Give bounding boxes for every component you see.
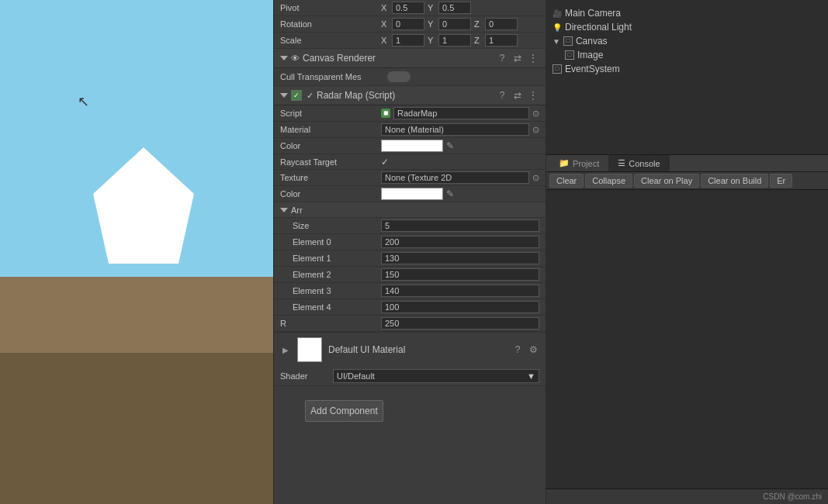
color-value-area-2: ✎: [381, 188, 539, 200]
hierarchy-item-main-camera[interactable]: 🎥 Main Camera: [546, 6, 828, 20]
clear-button[interactable]: Clear: [549, 174, 584, 188]
element2-row: Element 2: [274, 267, 546, 283]
material-row: Material ⊙: [274, 122, 546, 138]
hierarchy-event-system-label: EventSystem: [565, 64, 620, 74]
camera-icon: 🎥: [553, 9, 562, 18]
script-input[interactable]: [393, 107, 529, 119]
color-swatch-1[interactable]: [381, 140, 443, 152]
arr-expand-icon[interactable]: [280, 208, 288, 212]
element2-input[interactable]: [381, 268, 539, 281]
texture-input[interactable]: [381, 171, 529, 184]
add-component-container: Add Component: [274, 386, 546, 436]
error-filter-button[interactable]: Er: [770, 174, 792, 188]
color-row-2: Color ✎: [274, 186, 546, 202]
element4-label: Element 4: [280, 302, 381, 312]
radar-map-icons: ? ⇄ ⋮: [496, 89, 539, 102]
element1-input[interactable]: [381, 252, 539, 264]
element1-row: Element 1: [274, 250, 546, 267]
canvas-renderer-settings-icon[interactable]: ⇄: [511, 52, 524, 64]
default-material-section: ▶ Default UI Material ? ⚙: [274, 332, 546, 367]
texture-target-icon[interactable]: ⊙: [532, 173, 539, 183]
hierarchy-item-directional-light[interactable]: 💡 Directional Light: [546, 20, 828, 34]
pivot-y-input[interactable]: [438, 2, 471, 14]
color-swatch-2[interactable]: [381, 188, 443, 200]
hierarchy-directional-light-label: Directional Light: [565, 22, 632, 33]
element0-row: Element 0: [274, 234, 546, 250]
radar-map-menu-icon[interactable]: ⋮: [527, 89, 539, 102]
rotation-y-label: Y: [428, 19, 437, 29]
rotation-row: Rotation X Y Z: [274, 16, 546, 33]
hierarchy-item-canvas[interactable]: ▼ □ Canvas: [546, 34, 828, 48]
radar-map-header: ✓ ✓ Radar Map (Script) ? ⇄ ⋮: [274, 86, 546, 105]
material-input[interactable]: [381, 123, 529, 136]
canvas-renderer-title: Canvas Renderer: [303, 53, 493, 64]
canvas-renderer-icons: ? ⇄ ⋮: [496, 52, 539, 64]
material-name: Default UI Material: [328, 344, 505, 355]
console-toolbar: Clear Collapse Clear on Play Clear on Bu…: [546, 172, 828, 190]
canvas-renderer-help-icon[interactable]: ?: [496, 52, 508, 64]
raycast-checkmark[interactable]: ✓: [381, 157, 389, 167]
radar-map-settings-icon[interactable]: ⇄: [511, 89, 524, 102]
collapse-button[interactable]: Collapse: [585, 174, 632, 188]
pivot-y-label: Y: [428, 3, 437, 12]
script-target-icon[interactable]: ⊙: [532, 109, 539, 119]
color-picker-icon-1[interactable]: ✎: [446, 140, 454, 151]
material-value-area: ⊙: [381, 123, 539, 136]
material-help-icon[interactable]: ?: [511, 343, 524, 356]
scale-row: Scale X Y Z: [274, 33, 546, 49]
scale-y-input[interactable]: [438, 34, 471, 47]
shader-dropdown[interactable]: UI/Default ▼: [333, 369, 539, 383]
raycast-value: ✓: [381, 157, 539, 167]
element0-input[interactable]: [381, 236, 539, 248]
scale-z-input[interactable]: [485, 34, 518, 47]
project-tab-label: Project: [573, 159, 599, 168]
canvas-renderer-expand-icon[interactable]: [280, 56, 288, 60]
rotation-z-label: Z: [474, 19, 483, 29]
light-icon: 💡: [553, 23, 562, 32]
scene-object: [93, 147, 194, 287]
scale-z-group: Z: [474, 34, 518, 47]
rotation-z-input[interactable]: [485, 18, 518, 30]
pivot-x-input[interactable]: [392, 2, 424, 14]
element4-input[interactable]: [381, 301, 539, 313]
r-input[interactable]: [381, 317, 539, 330]
hierarchy-item-event-system[interactable]: □ EventSystem: [546, 62, 828, 76]
console-content-area: [546, 190, 828, 488]
material-thumbnail: [297, 337, 322, 362]
scale-x-input[interactable]: [392, 34, 424, 47]
add-component-button[interactable]: Add Component: [305, 400, 383, 422]
hierarchy-item-image[interactable]: □ Image: [559, 48, 828, 62]
arr-header: Arr: [274, 202, 546, 218]
script-icon: ◼: [381, 109, 390, 118]
hierarchy-canvas-label: Canvas: [576, 36, 608, 47]
clear-on-build-button[interactable]: Clear on Build: [701, 174, 768, 188]
inspector-panel: Pivot X Y Rotation X: [273, 0, 546, 504]
scale-z-label: Z: [474, 36, 483, 45]
tab-console[interactable]: ☰ Console: [608, 155, 669, 171]
cull-toggle[interactable]: [387, 71, 411, 82]
radar-map-expand-icon[interactable]: [280, 93, 288, 98]
r-label: R: [280, 319, 381, 328]
size-input[interactable]: [381, 219, 539, 232]
tab-project[interactable]: 📁 Project: [549, 155, 608, 171]
right-panel: 🎥 Main Camera 💡 Directional Light ▼ □ Ca…: [546, 0, 828, 504]
hierarchy-main-camera-label: Main Camera: [565, 8, 621, 19]
rotation-x-input[interactable]: [392, 18, 424, 30]
material-gear-icon[interactable]: ⚙: [527, 343, 539, 356]
canvas-renderer-menu-icon[interactable]: ⋮: [527, 52, 539, 64]
material-target-icon[interactable]: ⊙: [532, 125, 539, 135]
element3-input[interactable]: [381, 285, 539, 297]
canvas-renderer-eye-icon[interactable]: 👁: [291, 54, 300, 63]
svg-marker-0: [93, 147, 194, 264]
element2-label: Element 2: [280, 270, 381, 279]
clear-on-play-button[interactable]: Clear on Play: [634, 174, 699, 188]
color-picker-icon-2[interactable]: ✎: [446, 188, 454, 199]
script-row: Script ◼ ⊙: [274, 105, 546, 122]
scale-x-label: X: [381, 36, 390, 45]
radar-map-help-icon[interactable]: ?: [496, 89, 508, 102]
rotation-y-input[interactable]: [438, 18, 471, 30]
canvas-renderer-header: 👁 Canvas Renderer ? ⇄ ⋮: [274, 49, 546, 68]
radar-map-enabled-checkbox[interactable]: ✓: [291, 90, 302, 101]
rotation-x-label: X: [381, 19, 390, 29]
material-expand-icon[interactable]: ▶: [280, 344, 291, 355]
